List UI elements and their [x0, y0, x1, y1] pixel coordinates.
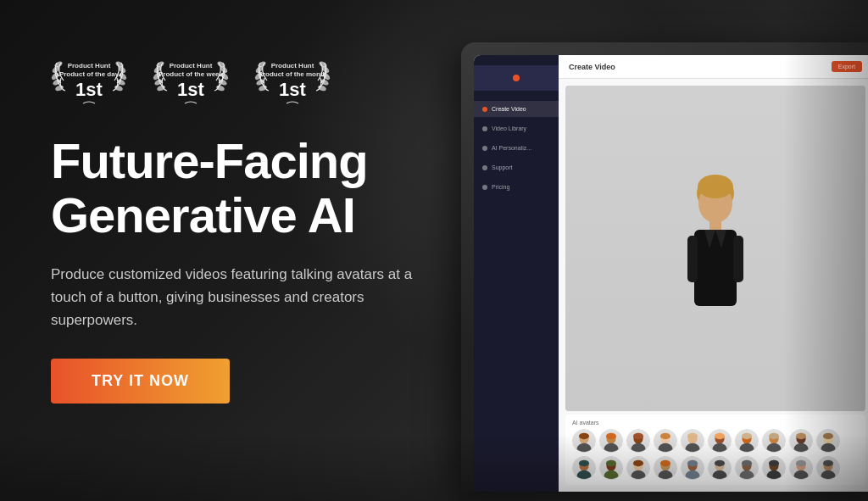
avatar-thumb[interactable]	[789, 429, 813, 453]
avatar-thumb[interactable]	[626, 456, 650, 480]
svg-point-66	[742, 433, 752, 439]
svg-point-54	[660, 433, 670, 439]
badge-text-3: Product HuntProduct of the month 1st	[259, 62, 327, 98]
svg-point-70	[769, 433, 779, 439]
svg-point-98	[687, 460, 698, 466]
badge-rank-1: 1st	[59, 81, 119, 99]
svg-point-90	[633, 460, 643, 466]
avatar-thumb[interactable]	[708, 456, 732, 480]
sidebar-icon	[482, 146, 487, 151]
avatar-thumb[interactable]	[816, 429, 840, 453]
app-sidebar: Create Video Video Library AI Personaliz…	[474, 55, 559, 492]
avatar-thumb[interactable]	[654, 429, 677, 453]
hero-section: Product HuntProduct of the day 1st	[0, 0, 868, 501]
sidebar-icon	[482, 126, 487, 131]
svg-point-78	[823, 433, 833, 439]
video-preview	[565, 86, 865, 411]
avatar-thumb[interactable]	[572, 429, 596, 453]
badge-top-3: Product HuntProduct of the month	[259, 62, 327, 78]
svg-point-118	[823, 460, 833, 466]
badge-text-1: Product HuntProduct of the day 1st	[59, 62, 119, 98]
export-button[interactable]: Export	[832, 61, 862, 72]
svg-point-114	[796, 460, 806, 466]
sidebar-label: Create Video	[492, 106, 526, 112]
svg-rect-33	[709, 221, 721, 230]
avatars-grid	[572, 429, 859, 480]
app-main: Create Video Export	[559, 55, 868, 492]
avatar-svg	[669, 168, 762, 329]
badge-top-1: Product HuntProduct of the day	[59, 62, 119, 78]
svg-point-82	[579, 460, 589, 466]
app-mockup: Create Video Video Library AI Personaliz…	[444, 17, 868, 492]
svg-rect-38	[687, 236, 698, 282]
app-header: Create Video Export	[559, 55, 868, 79]
svg-point-32	[698, 175, 733, 198]
avatar-thumb[interactable]	[735, 429, 759, 453]
laptop-screen: Create Video Video Library AI Personaliz…	[474, 55, 868, 492]
avatar-thumb[interactable]	[681, 456, 704, 480]
avatar-thumb[interactable]	[735, 456, 759, 480]
sidebar-item-create[interactable]: Create Video	[474, 101, 559, 117]
svg-point-58	[687, 433, 698, 439]
sidebar-item-pricing[interactable]: Pricing	[474, 179, 559, 195]
sidebar-label: AI Personaliz...	[492, 145, 531, 151]
badge-rank-2: 1st	[159, 81, 223, 99]
sidebar-logo	[474, 65, 559, 91]
badge-rank-3: 1st	[259, 81, 327, 99]
app-content: AI avatars	[559, 79, 868, 492]
avatar-person	[565, 86, 865, 411]
avatars-section: AI avatars	[565, 415, 865, 485]
svg-rect-39	[733, 236, 743, 282]
svg-point-74	[796, 433, 806, 439]
avatar-thumb[interactable]	[599, 429, 623, 453]
avatar-thumb[interactable]	[762, 456, 786, 480]
avatar-thumb[interactable]	[708, 429, 732, 453]
badge-2: Product HuntProduct of the week 1st	[153, 51, 229, 110]
svg-point-102	[715, 460, 725, 466]
svg-point-86	[606, 460, 616, 466]
sidebar-item-library[interactable]: Video Library	[474, 120, 559, 136]
badge-laurel-1: Product HuntProduct of the day 1st	[51, 51, 127, 110]
avatar-thumb[interactable]	[789, 456, 813, 480]
app-ui: Create Video Video Library AI Personaliz…	[474, 55, 868, 492]
svg-rect-35	[694, 230, 737, 306]
sidebar-icon	[482, 165, 487, 170]
avatar-thumb[interactable]	[681, 429, 704, 453]
logo-dot	[513, 75, 520, 81]
laptop-outer: Create Video Video Library AI Personaliz…	[461, 42, 868, 492]
avatar-thumb[interactable]	[654, 456, 677, 480]
sidebar-item-ai[interactable]: AI Personaliz...	[474, 140, 559, 156]
cta-button[interactable]: TRY IT NOW	[51, 359, 230, 404]
avatar-thumb[interactable]	[626, 429, 650, 453]
sidebar-icon	[482, 185, 487, 190]
app-header-title: Create Video	[569, 63, 615, 71]
svg-point-94	[660, 460, 670, 466]
badge-laurel-3: Product HuntProduct of the month 1st	[254, 51, 331, 110]
sidebar-label: Support	[492, 164, 513, 170]
sidebar-item-support[interactable]: Support	[474, 159, 559, 175]
badge-1: Product HuntProduct of the day 1st	[51, 51, 127, 110]
avatar-thumb[interactable]	[599, 456, 623, 480]
sidebar-label: Video Library	[492, 125, 526, 131]
avatar-thumb[interactable]	[816, 456, 840, 480]
svg-point-42	[579, 433, 589, 439]
sidebar-icon	[482, 107, 487, 112]
subtitle: Produce customized videos featuring talk…	[51, 263, 424, 332]
badge-top-2: Product HuntProduct of the week	[159, 62, 223, 78]
svg-point-106	[742, 460, 752, 466]
sidebar-label: Pricing	[492, 184, 509, 190]
svg-point-110	[769, 460, 779, 466]
badge-laurel-2: Product HuntProduct of the week 1st	[153, 51, 229, 110]
svg-point-50	[633, 433, 643, 439]
svg-point-46	[606, 433, 616, 439]
avatar-thumb[interactable]	[572, 456, 596, 480]
svg-point-62	[715, 433, 725, 439]
avatar-thumb[interactable]	[762, 429, 786, 453]
badge-3: Product HuntProduct of the month 1st	[254, 51, 331, 110]
avatars-label: AI avatars	[572, 420, 859, 426]
badge-text-2: Product HuntProduct of the week 1st	[159, 62, 223, 98]
